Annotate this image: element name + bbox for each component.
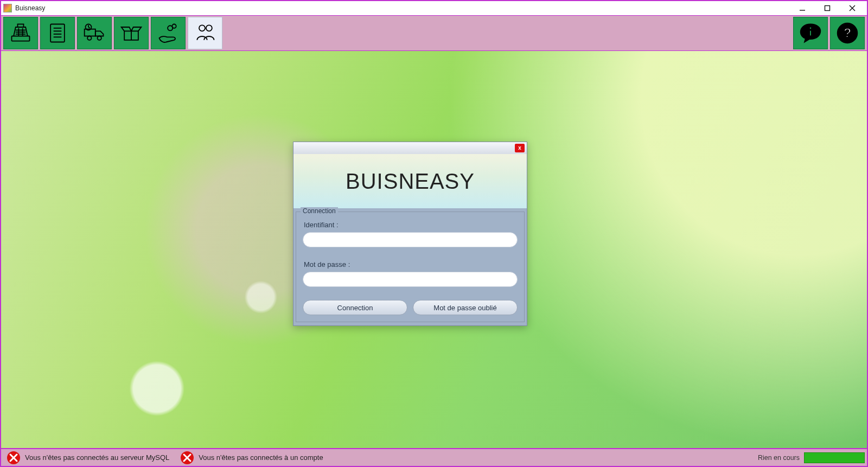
minimize-button[interactable] bbox=[790, 1, 815, 15]
svg-point-18 bbox=[98, 36, 101, 40]
svg-line-21 bbox=[88, 27, 90, 28]
svg-point-26 bbox=[199, 25, 205, 31]
toolbar-cash-register[interactable] bbox=[3, 17, 38, 49]
svg-rect-4 bbox=[12, 36, 30, 41]
info-bubble-icon bbox=[799, 21, 822, 45]
progress-label: Rien en cours bbox=[754, 454, 804, 462]
toolbar-payment[interactable] bbox=[151, 17, 186, 49]
status-account: Vous n'êtes pas connectés à un compte bbox=[175, 451, 328, 465]
status-mysql: Vous n'êtes pas connectés au serveur MyS… bbox=[1, 451, 175, 465]
error-icon bbox=[7, 451, 21, 465]
progress-bar bbox=[804, 452, 865, 463]
app-window: Buisneasy bbox=[0, 0, 868, 467]
password-input[interactable] bbox=[303, 272, 518, 287]
dialog-titlebar: x bbox=[293, 142, 527, 154]
toolbar-help[interactable]: ? bbox=[830, 17, 865, 49]
maximize-icon bbox=[824, 5, 831, 11]
cash-register-icon bbox=[9, 21, 33, 45]
svg-point-27 bbox=[206, 25, 212, 31]
maximize-button[interactable] bbox=[815, 1, 840, 15]
status-bar: Vous n'êtes pas connectés au serveur MyS… bbox=[1, 448, 867, 466]
brand-title: BUISNEASY bbox=[346, 169, 475, 194]
forgot-password-button[interactable]: Mot de passe oublié bbox=[413, 300, 518, 315]
close-button[interactable] bbox=[840, 1, 865, 15]
identifier-input[interactable] bbox=[303, 232, 518, 247]
svg-text:?: ? bbox=[844, 25, 852, 40]
dialog-button-row: Connection Mot de passe oublié bbox=[303, 300, 518, 315]
password-label: Mot de passe : bbox=[304, 260, 516, 268]
open-box-icon bbox=[119, 21, 143, 45]
hand-coins-icon bbox=[156, 21, 180, 45]
svg-point-28 bbox=[809, 27, 812, 29]
main-toolbar: ? bbox=[1, 15, 867, 51]
workspace: x BUISNEASY Connection Identifiant : Mot… bbox=[1, 51, 867, 448]
delivery-truck-icon bbox=[82, 21, 106, 45]
app-icon bbox=[3, 4, 12, 12]
login-dialog: x BUISNEASY Connection Identifiant : Mot… bbox=[293, 142, 527, 326]
status-account-text: Vous n'êtes pas connectés à un compte bbox=[199, 453, 323, 462]
identifier-label: Identifiant : bbox=[304, 221, 516, 229]
help-icon: ? bbox=[835, 21, 859, 45]
svg-rect-29 bbox=[809, 30, 812, 36]
titlebar: Buisneasy bbox=[1, 1, 867, 15]
invoice-icon bbox=[46, 21, 69, 45]
svg-rect-1 bbox=[825, 6, 830, 11]
minimize-icon bbox=[799, 5, 806, 11]
group-legend: Connection bbox=[301, 207, 338, 215]
users-icon bbox=[193, 21, 217, 45]
error-icon bbox=[180, 451, 194, 465]
close-icon bbox=[849, 5, 856, 11]
svg-rect-5 bbox=[18, 24, 24, 28]
toolbar-info[interactable] bbox=[793, 17, 828, 49]
connect-button[interactable]: Connection bbox=[303, 300, 407, 315]
connection-group: Connection Identifiant : Mot de passe : … bbox=[296, 212, 525, 322]
toolbar-delivery[interactable] bbox=[77, 17, 112, 49]
svg-point-17 bbox=[87, 36, 91, 40]
svg-rect-11 bbox=[50, 24, 65, 42]
svg-point-25 bbox=[172, 24, 176, 28]
dialog-close-button[interactable]: x bbox=[515, 144, 525, 152]
dialog-banner: BUISNEASY bbox=[293, 154, 527, 208]
toolbar-invoice[interactable] bbox=[40, 17, 75, 49]
status-mysql-text: Vous n'êtes pas connectés au serveur MyS… bbox=[25, 453, 169, 462]
toolbar-users[interactable] bbox=[188, 17, 222, 49]
window-title: Buisneasy bbox=[15, 4, 45, 12]
toolbar-inventory[interactable] bbox=[114, 17, 149, 49]
